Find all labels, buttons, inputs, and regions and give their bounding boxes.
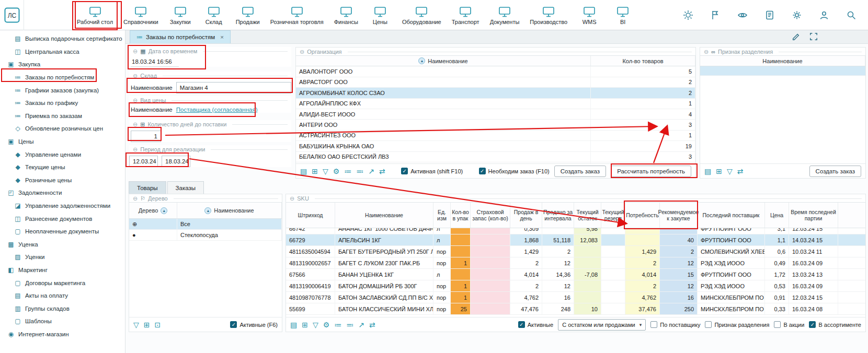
ribbon-item[interactable]: Производство [525,1,572,30]
ribbon-item[interactable]: Цены [364,1,396,30]
sidebar-item[interactable]: ≔ Приемка по заказам [0,110,125,123]
sidebar-item[interactable]: ◆ Розничные цены [0,174,125,187]
delivery-days-input[interactable]: 1 [131,131,161,142]
org-footer-checkbox[interactable]: Активная (shift F10) [401,168,463,174]
notes-icon[interactable] [764,10,775,20]
period-to-input[interactable]: 18.03.24 [162,156,190,167]
collapse-icon[interactable]: ⊖ [133,146,138,153]
sku-column-header[interactable]: Рекомендуемое к закупке [660,203,698,228]
sku-footer-checkbox[interactable]: Признак разделения [705,321,769,328]
datetime-field[interactable]: 18.03.24 16:56 [131,57,179,67]
sku-row[interactable]: 55699 БАТОН КЛАССИЧЕСКИЙ МИНИ ХЛ пор 25 … [286,303,865,315]
sku-row[interactable]: 66729 АПЕЛЬСИН 1КГ л 1,868 51,118 12,083… [286,234,865,246]
ribbon-item[interactable]: Продажи [231,1,265,30]
collapse-icon[interactable]: ⊖ [133,121,138,128]
org-footer-checkbox[interactable]: Необходим заказ (F10) [479,168,550,174]
refresh-icon[interactable]: ⇄ [369,321,375,328]
sku-column-header[interactable]: Время последней партии [789,203,838,228]
settings-icon[interactable]: ⚙ [333,168,340,175]
sku-column-header[interactable]: Потребность [625,203,660,228]
filter-icon[interactable]: ▽ [133,321,139,328]
list-view-icon[interactable]: ▤ [290,321,297,328]
sku-row[interactable]: 4813190006419 БАТОН ДОМАШНИЙ РБ 300Г пор… [286,280,865,292]
sku-column-header[interactable]: Кол-во в упак [451,203,471,228]
group-warehouse-title[interactable]: ⊖ Склад [129,72,291,79]
settings-gear-icon[interactable] [792,10,802,20]
sku-active-checkbox[interactable]: Активные [518,321,553,328]
refresh-icon[interactable]: ⇄ [379,168,385,175]
sidebar-item[interactable]: ◫ Центральная касса [0,45,125,58]
sidebar-item[interactable]: ◉ Интернет-магазин [0,328,125,341]
organization-row[interactable]: АСТРАСИНТЕЗ ООО 1 [296,131,695,141]
sku-column-header[interactable]: Страховой запас (кол-во) [471,203,510,228]
division-title[interactable]: ⊖ ∞ Признак разделения [700,48,865,55]
tree-node-icon-cell[interactable]: ⊕ [129,219,177,229]
add-icon[interactable]: ⊞ [144,321,150,328]
group-delivery-days-title[interactable]: ⊖ ⊞ Количество дней до поставки [129,120,291,128]
sidebar-item[interactable]: ≔ Заказы по графику [0,97,125,110]
organization-row[interactable]: АГРОЛАЙНПЛЮС КФХ 1 [296,99,695,109]
ribbon-item[interactable]: Документы [485,1,524,30]
organization-row[interactable]: АНТЕРИ ООО 3 [296,120,695,130]
sku-column-header[interactable]: Текущий резерв [601,203,625,228]
price-type-link[interactable]: Поставщика (согласованная) [176,107,258,113]
sidebar-item[interactable]: ▣ Цены [0,135,125,148]
ribbon-item[interactable]: Рабочий стол [72,1,118,30]
organization-row[interactable]: АЛИДИ-ВЕСТ ИООО 4 [296,109,695,120]
sidebar-item[interactable]: ◧ Маркетинг [0,264,125,277]
sku-footer-checkbox[interactable]: В акции [774,321,804,328]
sidebar-item[interactable]: ▥ Группы складов [0,302,125,315]
column-header-name[interactable]: ▲ Наименование [296,56,591,66]
search-icon[interactable] [846,10,856,20]
grid-view-icon[interactable]: ⊞ [312,168,318,175]
organization-title[interactable]: ⊖ Организация [296,48,695,55]
tree-node-icon-cell[interactable]: ● [129,230,177,240]
ribbon-item[interactable]: Склад [198,1,230,30]
collapse-icon[interactable]: ⊖ [290,195,294,202]
group-period-title[interactable]: ⊖ Период для реализации [129,145,291,153]
group-price-type-title[interactable]: ⊖ Вид цены [129,96,291,104]
tree-row[interactable]: ● Стеклопосуда [129,230,282,241]
filter-icon[interactable]: ▽ [323,168,328,175]
bottom-tab[interactable]: Заказы [167,181,204,194]
period-from-input[interactable]: 12.03.24 [129,156,158,167]
sku-row[interactable]: 4811635004594 БАГЕТ БУТЕРБРОДНЫЙ УП 250Г… [286,246,865,257]
sku-column-header[interactable]: Продаж в день [510,203,542,228]
organization-row[interactable]: АГРОКОМБИНАТ КОЛОС СЗАО 2 [296,88,695,98]
sku-column-header[interactable]: Текущий остаток [574,203,601,228]
list-check-icon[interactable]: ≕ [346,321,353,328]
sidebar-item[interactable]: ▨ Уценки [0,251,125,264]
sku-column-header[interactable]: Продано за интервала [542,203,574,228]
collapse-icon[interactable]: ⊖ [133,48,138,55]
ribbon-item[interactable]: Закупки [164,1,197,30]
create-order-button[interactable]: Создать заказ [809,166,861,177]
fullscreen-icon[interactable] [809,32,818,41]
brightness-icon[interactable] [683,10,693,20]
sidebar-item[interactable]: ▤ Акты на оплату [0,289,125,302]
organization-row[interactable]: БЕЛАЛКО ОАО БРЕСТСКИЙ ЛВЗ 3 [296,152,695,162]
pin-flag-icon[interactable] [710,10,721,20]
sidebar-item[interactable]: ≔ Заказы по потребностям [0,71,125,84]
profile-user-icon[interactable] [819,10,829,20]
column-header-name[interactable]: ▲ Наименование [177,203,282,218]
ribbon-item[interactable]: Транспорт [447,1,484,30]
sku-column-header[interactable]: Последний поставщик [698,203,765,228]
ribbon-item[interactable]: Розничная торговля [266,1,328,30]
sidebar-item[interactable]: ▤ Выписка подарочных сертификато [0,32,125,45]
collapse-icon[interactable]: ⊖ [300,49,304,55]
sku-title[interactable]: ⊖ SKU [286,194,865,202]
filter-icon[interactable]: ▽ [727,168,733,175]
ribbon-item[interactable]: BI [607,1,639,30]
sidebar-item[interactable]: ▩ Уценка [0,238,125,251]
organization-row[interactable]: АВРАСТОРГ ООО 2 [296,77,695,88]
organization-row[interactable]: АВАЛОНТОРГ ООО 5 [296,66,695,77]
collapse-icon[interactable]: ⊖ [133,195,138,202]
collapse-icon[interactable]: ⊖ [133,73,138,79]
ribbon-item[interactable]: Оборудование [397,1,446,30]
bottom-tab[interactable]: Товары [129,181,166,194]
tab-close-icon[interactable]: × [220,34,224,40]
sku-column-header[interactable]: Штрихкод [286,203,335,228]
export-icon[interactable]: ↗ [368,168,374,175]
sidebar-item[interactable]: ◰ Задолженности [0,186,125,199]
ribbon-item[interactable]: Финансы [329,1,363,30]
